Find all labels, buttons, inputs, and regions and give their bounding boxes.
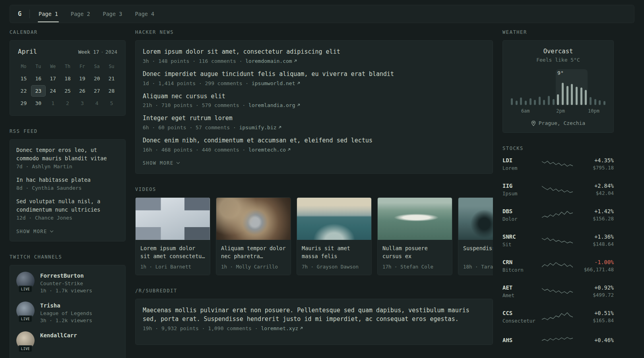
video-thumbnail[interactable] [297, 198, 371, 240]
news-title-link[interactable]: Lorem ipsum dolor sit amet, consectetur … [143, 48, 485, 56]
video-card[interactable]: Aliquam tempor dolor nec pharetra… 1h · … [216, 197, 291, 276]
show-more-button[interactable]: SHOW MORE [16, 229, 53, 234]
rss-item: In hac habitasse platea 8d · Cynthia Sau… [16, 176, 119, 191]
stock-change: +1.36% [576, 233, 614, 240]
rss-item-meta: 7d · Ashlyn Martin [16, 163, 119, 169]
twitch-viewers: 3h · 1.2k viewers [40, 317, 92, 323]
stock-symbol[interactable]: DBS [502, 208, 512, 214]
chevron-down-icon [50, 229, 53, 232]
weather-bar [520, 97, 522, 105]
news-title-link[interactable]: Donec imperdiet augue tincidunt felis al… [143, 70, 485, 79]
news-title-link[interactable]: Donec enim nibh, condimentum et accumsan… [143, 136, 485, 145]
external-link-icon [287, 148, 291, 152]
live-badge: LIVE [18, 345, 33, 352]
stock-symbol[interactable]: CCS [502, 310, 512, 316]
stock-symbol[interactable]: LDI [502, 157, 512, 163]
news-meta: 21h · 710 points · 579 comments · loreml… [143, 102, 485, 108]
twitch-channel-name[interactable]: KendallCarr [40, 332, 77, 339]
stock-symbol[interactable]: CRN [502, 259, 512, 265]
weather-bar [585, 90, 587, 105]
stock-row: AETAmet +0.92%$499.72 [502, 284, 614, 298]
tab-page-3[interactable]: Page 3 [102, 11, 123, 17]
stock-price: $795.18 [576, 165, 614, 171]
video-thumbnail[interactable] [378, 198, 452, 240]
location-pin-icon [531, 121, 536, 126]
news-domain-link[interactable]: loremdomain.com [245, 58, 297, 64]
twitch-channel-row[interactable]: LIVE ForrestBurton Counter-Strike 1h · 1… [16, 272, 119, 294]
video-title-link[interactable]: Suspendisse diam [463, 244, 493, 260]
tab-page-4[interactable]: Page 4 [134, 11, 155, 17]
weather-bar [534, 100, 536, 105]
twitch-channel-info: KendallCarr [40, 331, 77, 350]
video-card[interactable]: Lorem ipsum dolor sit amet consectetu… 1… [135, 197, 210, 276]
stock-symbol[interactable]: SNRC [502, 233, 516, 240]
news-domain-link[interactable]: ipsumworld.net [252, 80, 301, 86]
video-card[interactable]: Suspendisse diam 18h · Tara [458, 197, 493, 276]
rss-item-link[interactable]: Sed volutpat nulla nisl, a condimentum n… [16, 197, 119, 214]
video-title-link[interactable]: Aliquam tempor dolor nec pharetra… [221, 244, 286, 261]
weather-bar [590, 97, 592, 105]
news-title-link[interactable]: Aliquam nec cursus elit [143, 92, 485, 101]
video-thumbnail[interactable] [136, 198, 210, 240]
twitch-channel-row[interactable]: LIVE Trisha League of Legends 3h · 1.2k … [16, 302, 119, 323]
calendar-day: 16 [31, 73, 46, 84]
reddit-domain-link[interactable]: loremnet.xyz [261, 325, 303, 331]
stock-name: Ipsum [502, 191, 539, 197]
stock-name: Lorem [502, 165, 539, 171]
video-title-link[interactable]: Nullam posuere cursus ex [382, 244, 447, 261]
news-title-link[interactable]: Integer eget rutrum lorem [143, 114, 485, 123]
stock-symbol[interactable]: IIG [502, 183, 512, 189]
calendar-day: 18 [60, 73, 75, 84]
calendar-day: 17 [46, 73, 60, 84]
tab-page-1[interactable]: Page 1 [38, 11, 59, 17]
show-more-label: SHOW MORE [16, 229, 47, 234]
weather-time-label: 6am [521, 108, 530, 114]
subreddit-card: Maecenas mollis pulvinar erat non posuer… [135, 299, 493, 345]
calendar-day: 24 [46, 85, 60, 97]
stock-change: -1.00% [576, 259, 614, 265]
stock-symbol[interactable]: AHS [502, 337, 512, 343]
video-title-link[interactable]: Mauris sit amet massa felis [302, 244, 367, 261]
video-thumbnail[interactable] [458, 198, 493, 240]
reddit-post-link[interactable]: Maecenas mollis pulvinar erat non posuer… [143, 306, 485, 324]
stock-change: +2.84% [576, 183, 614, 189]
rss-item-link[interactable]: Donec tempor eros leo, ut commodo mauris… [16, 146, 119, 163]
news-domain-link[interactable]: loremlandia.org [248, 102, 300, 108]
weather-chart: 9° [511, 75, 605, 105]
app-logo: G [18, 10, 21, 18]
video-card[interactable]: Nullam posuere cursus ex 17h · Stefan Co… [377, 197, 452, 276]
news-domain-link[interactable]: ipsumify.biz [239, 125, 282, 130]
rss-card: Donec tempor eros leo, ut commodo mauris… [10, 139, 126, 241]
reddit-domain: loremnet.xyz [261, 325, 298, 331]
weather-bar [516, 101, 518, 105]
rss-item-link[interactable]: In hac habitasse platea [16, 176, 119, 184]
twitch-channel-row[interactable]: LIVE KendallCarr [16, 331, 119, 350]
stock-sparkline [542, 311, 573, 323]
stock-sparkline [542, 183, 573, 195]
external-link-icon [278, 125, 282, 129]
twitch-channel-name[interactable]: Trisha [40, 302, 60, 309]
news-domain-link[interactable]: loremtech.co [248, 147, 291, 153]
stock-sparkline [542, 209, 573, 221]
calendar-day: 28 [104, 85, 119, 97]
stock-name: Amet [502, 292, 539, 298]
calendar-day: 29 [16, 97, 31, 109]
rss-widget-title: RSS FEED [10, 128, 126, 134]
video-meta: 18h · Tara [463, 264, 493, 270]
show-more-button[interactable]: SHOW MORE [143, 160, 179, 166]
stock-sparkline [542, 234, 573, 246]
twitch-channel-name[interactable]: ForrestBurton [40, 272, 84, 279]
stock-symbol[interactable]: AET [502, 284, 512, 291]
video-title-link[interactable]: Lorem ipsum dolor sit amet consectetu… [140, 244, 205, 261]
calendar-weekday: We [46, 60, 60, 72]
weather-time-label: 10pm [588, 108, 599, 114]
news-meta-text: 1d · 1,414 points · 299 comments · [143, 80, 248, 86]
tab-page-2[interactable]: Page 2 [70, 11, 91, 17]
rss-item: Sed volutpat nulla nisl, a condimentum n… [16, 197, 119, 221]
videos-widget: VIDEOS Lorem ipsum dolor sit amet consec… [135, 187, 493, 276]
video-thumbnail[interactable] [216, 198, 291, 240]
subreddit-widget: /R/SUBREDDIT Maecenas mollis pulvinar er… [135, 288, 493, 345]
stock-row: AHS +0.46% [502, 335, 614, 346]
video-card[interactable]: Mauris sit amet massa felis 7h · Grayson… [297, 197, 372, 276]
stock-row: LDILorem +4.35%$795.18 [502, 156, 614, 171]
